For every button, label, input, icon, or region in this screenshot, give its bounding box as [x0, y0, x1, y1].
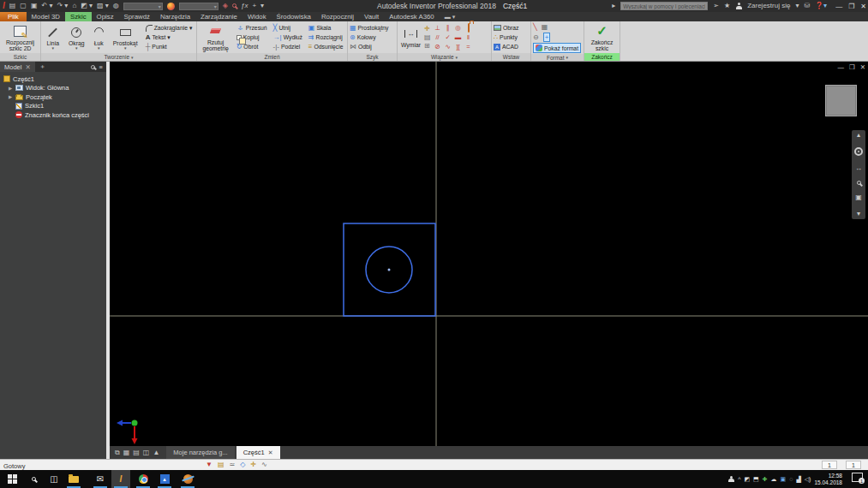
constraint-parallel-icon[interactable]: ∥: [446, 24, 450, 32]
graphics-canvas[interactable]: — ❐ ✕ ▴ ↔ ▣ ▾: [110, 62, 868, 446]
points-button[interactable]: ∴ Punkty: [494, 33, 519, 42]
panel-label-tworzenie[interactable]: Tworzenie▾: [41, 53, 196, 61]
tile-horizontal-icon[interactable]: ▤: [133, 449, 140, 456]
circle-center-point[interactable]: [388, 269, 391, 271]
save-icon[interactable]: ▣: [31, 2, 38, 10]
doc-minimize-button[interactable]: —: [837, 63, 844, 71]
navbar-chevron-down-icon[interactable]: ▾: [857, 210, 860, 218]
network-icon[interactable]: ▟: [796, 476, 800, 483]
doc-tab-part1[interactable]: Część1 ✕: [236, 446, 280, 459]
task-view-icon[interactable]: ◫: [45, 470, 63, 488]
steering-wheel-icon[interactable]: [854, 147, 863, 156]
line-button[interactable]: Linia▾: [45, 25, 61, 50]
tray-icon-4[interactable]: ▣: [781, 476, 787, 483]
color-override-icon[interactable]: ◈: [223, 2, 228, 10]
redo-icon[interactable]: ↷ ▾: [57, 2, 68, 10]
status-notes-icon[interactable]: ▤: [218, 461, 224, 468]
doc-restore-button[interactable]: ❐: [849, 63, 855, 71]
browser-search-icon[interactable]: [91, 65, 95, 69]
material-select[interactable]: ▾: [123, 3, 163, 10]
tab-srodowiska[interactable]: Środowiska: [272, 12, 316, 21]
add-qat-icon[interactable]: +: [252, 2, 256, 10]
home-icon[interactable]: ⌂: [72, 2, 76, 10]
fillet-button[interactable]: Zaokrąglanie▾: [146, 23, 193, 33]
tree-item-view-main[interactable]: ▶ Widok: Główna: [0, 84, 106, 93]
new-document-icon[interactable]: ▤: [9, 2, 16, 10]
people-icon[interactable]: [727, 476, 734, 483]
status-filter-icon[interactable]: ▼: [206, 461, 213, 468]
help-search-input[interactable]: [620, 2, 708, 10]
offset-button[interactable]: ≡ Odsunięcie: [308, 42, 344, 51]
send-icon[interactable]: ➢: [713, 2, 719, 10]
status-spline-icon[interactable]: ∿: [261, 461, 267, 468]
constraint-concentric-icon[interactable]: ◎: [455, 24, 461, 32]
cascade-windows-icon[interactable]: ⧉: [115, 449, 120, 457]
copy-button[interactable]: Kopiuj: [236, 33, 267, 42]
render-icon[interactable]: ◩ ▾: [81, 2, 93, 10]
constraint-collinear-icon[interactable]: //: [435, 33, 439, 41]
extend-button[interactable]: →| Wydłuż: [273, 33, 302, 42]
constraint-coincident-icon[interactable]: ✓: [445, 33, 450, 41]
tab-zarzadzanie[interactable]: Zarządzanie: [195, 12, 242, 21]
doc-tab-close-icon[interactable]: ✕: [268, 449, 273, 456]
status-measure-icon[interactable]: ≃: [229, 461, 235, 468]
doc-tab-my-tools[interactable]: Moje narzędzia g...: [166, 446, 234, 459]
tile-windows-icon[interactable]: ▦: [123, 449, 130, 456]
star-icon[interactable]: ★: [724, 2, 730, 10]
photos-icon[interactable]: ▴: [155, 470, 174, 488]
tray-icon-2[interactable]: ⬒: [753, 476, 759, 483]
undo-icon[interactable]: ↶ ▾: [41, 2, 52, 10]
appearance-select[interactable]: ▾: [179, 3, 218, 10]
browser-tab-model[interactable]: Model ✕: [0, 62, 35, 72]
center-point-icon[interactable]: +: [543, 33, 551, 42]
minimize-button[interactable]: —: [835, 3, 842, 10]
qat-customize-chevron-icon[interactable]: ▾: [260, 2, 264, 10]
pan-icon[interactable]: ↔: [855, 164, 862, 173]
rectangular-pattern-button[interactable]: ▦ Prostokątny: [350, 23, 388, 33]
start-2d-sketch-button[interactable]: Rozpocznij szkic 2D: [4, 24, 36, 51]
browser-add-tab-button[interactable]: ＋: [35, 62, 51, 71]
help-icon[interactable]: ❓▾: [815, 2, 827, 10]
trim-button[interactable]: ╳ Utnij: [273, 23, 302, 33]
construction-line-icon[interactable]: ╲: [533, 23, 537, 31]
constraint-vertical-icon[interactable]: ‖: [467, 33, 470, 41]
show-constraints-icon[interactable]: ⊞: [424, 42, 431, 50]
scale-button[interactable]: ▣ Skala: [308, 23, 344, 33]
tab-sprawdz[interactable]: Sprawdź: [119, 12, 155, 21]
volume-icon[interactable]: ◁): [805, 476, 811, 483]
mirror-button[interactable]: ⋈ Odbij: [350, 42, 388, 51]
onedrive-cloud-icon[interactable]: ☁: [771, 476, 777, 483]
tab-widok[interactable]: Widok: [242, 12, 272, 21]
constraint-horizontal-icon[interactable]: ▬: [455, 33, 462, 41]
tab-autodesk-a360[interactable]: Autodesk A360: [384, 12, 439, 21]
planet-app-icon[interactable]: [178, 470, 197, 488]
dimension-button[interactable]: ↔ Wymiar: [399, 27, 422, 48]
sign-in-chevron-icon[interactable]: ▾: [795, 2, 799, 10]
tray-icon-3[interactable]: ✚: [763, 476, 768, 483]
tree-item-sketch1[interactable]: Szkic1: [0, 102, 106, 111]
constraint-smooth-icon[interactable]: ∿: [445, 43, 450, 51]
chrome-icon[interactable]: [134, 470, 153, 488]
constraint-symmetric-icon[interactable]: ][: [456, 43, 459, 51]
fx-parameters-icon[interactable]: ƒx: [241, 2, 248, 10]
zoom-icon[interactable]: [857, 181, 861, 185]
driven-dimension-icon[interactable]: ▦: [542, 23, 548, 31]
expander-icon[interactable]: ▶: [9, 86, 13, 91]
text-button[interactable]: A Tekst▾: [146, 33, 193, 42]
constraint-tangent-icon[interactable]: ⊘: [434, 43, 440, 51]
expander-icon[interactable]: ▶: [9, 94, 13, 99]
globe-icon[interactable]: ◍: [113, 2, 119, 10]
doc-close-button[interactable]: ✕: [860, 63, 865, 71]
tab-vault[interactable]: Vault: [359, 12, 384, 21]
mail-icon[interactable]: ✉: [91, 470, 110, 488]
tab-szkic[interactable]: Szkic: [65, 12, 92, 21]
project-geometry-button[interactable]: Rzutuj geometrię: [201, 24, 230, 51]
tab-opisz[interactable]: Opisz: [92, 12, 119, 21]
orbit-box-icon[interactable]: ▣: [855, 193, 862, 202]
image-insert-button[interactable]: Obraz: [494, 23, 519, 33]
panel-label-wiazanie[interactable]: Wiązanie▾: [398, 53, 491, 61]
constraint-lock-icon[interactable]: [468, 24, 470, 32]
constraint-settings-icon[interactable]: ▤: [424, 33, 431, 41]
open-icon[interactable]: ▢: [20, 2, 27, 10]
start-button[interactable]: [3, 470, 21, 488]
